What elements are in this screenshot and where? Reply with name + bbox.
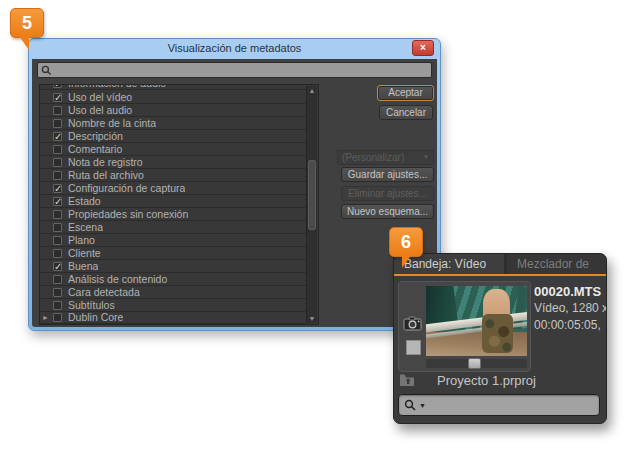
search-icon xyxy=(404,399,417,412)
close-button[interactable]: × xyxy=(412,40,434,56)
metadata-row-label: Cara detectada xyxy=(68,286,140,298)
metadata-row-label: Propiedades sin conexión xyxy=(68,208,188,220)
checkbox-icon[interactable]: ✓ xyxy=(53,262,62,271)
dialog-search-box[interactable] xyxy=(37,62,432,78)
checkbox-icon[interactable] xyxy=(53,249,62,258)
metadata-row[interactable]: ✓Descripción xyxy=(40,130,306,143)
callout-number: 6 xyxy=(401,232,411,252)
checkbox-icon[interactable]: ✓ xyxy=(53,132,62,141)
scrollbar[interactable]: ▲ ▼ xyxy=(306,86,317,323)
metadata-row[interactable]: Escena xyxy=(40,221,306,234)
chevron-down-icon[interactable]: ▼ xyxy=(419,402,426,409)
close-icon: × xyxy=(420,42,426,53)
checkbox-icon[interactable] xyxy=(53,288,62,297)
chevron-down-icon: ▼ xyxy=(423,151,429,164)
metadata-row-label: Ruta del archivo xyxy=(68,169,144,181)
callout-tail xyxy=(19,36,29,50)
accept-button[interactable]: Aceptar xyxy=(377,85,434,101)
checkbox-icon[interactable] xyxy=(53,223,62,232)
project-name-label[interactable]: Proyecto 1.prproj xyxy=(437,373,536,388)
disclosure-triangle-icon[interactable]: ► xyxy=(42,311,53,324)
scrub-handle[interactable] xyxy=(468,358,481,369)
metadata-row-label: Información de audio xyxy=(68,85,166,89)
checkbox-icon[interactable] xyxy=(53,171,62,180)
callout-step-5: 5 xyxy=(10,8,44,38)
clip-preview-area xyxy=(398,281,531,372)
metadata-row[interactable]: Propiedades sin conexión xyxy=(40,208,306,221)
screenshot-root: Visualización de metadatos × ✓ Informaci… xyxy=(0,0,636,462)
metadata-group-row-dublin-core[interactable]: ► Dublin Core xyxy=(40,311,306,324)
metadata-row-label: Nombre de la cinta xyxy=(68,117,156,129)
metadata-row-label: Nota de registro xyxy=(68,156,143,168)
metadata-row[interactable]: Comentario xyxy=(40,143,306,156)
scroll-up-icon[interactable]: ▲ xyxy=(307,86,317,95)
panel-search-input[interactable] xyxy=(426,398,594,412)
scroll-down-icon[interactable]: ▼ xyxy=(307,314,317,323)
metadata-row[interactable]: Cliente xyxy=(40,247,306,260)
search-icon xyxy=(41,65,52,76)
tab-mezclador[interactable]: Mezclador de xyxy=(507,254,606,274)
checkbox-icon[interactable] xyxy=(53,145,62,154)
callout-number: 5 xyxy=(22,13,32,33)
preset-dropdown-value: (Personalizar) xyxy=(342,151,404,164)
metadata-row-label: Plano xyxy=(68,234,95,246)
metadata-row[interactable]: Plano xyxy=(40,234,306,247)
checkbox-icon[interactable]: ✓ xyxy=(53,85,62,88)
panel-search-box[interactable]: ▼ xyxy=(398,394,600,416)
scrollbar-thumb[interactable] xyxy=(308,160,316,230)
checkbox-icon[interactable] xyxy=(53,275,62,284)
metadata-list-rows: ✓Uso del vídeoUso del audioNombre de la … xyxy=(40,91,306,312)
preset-dropdown[interactable]: (Personalizar) ▼ xyxy=(337,150,434,165)
camera-icon xyxy=(403,315,423,332)
metadata-row[interactable]: Uso del audio xyxy=(40,104,306,117)
checkbox-icon[interactable] xyxy=(53,158,62,167)
checkbox-icon[interactable] xyxy=(53,106,62,115)
metadata-group-label: Dublin Core xyxy=(68,311,123,323)
metadata-row[interactable]: Nota de registro xyxy=(40,156,306,169)
metadata-row[interactable]: ✓Buena xyxy=(40,260,306,273)
thumbnail-camo-pants xyxy=(482,314,513,353)
stop-button[interactable] xyxy=(406,340,421,355)
metadata-row[interactable]: ✓Uso del vídeo xyxy=(40,91,306,104)
clip-name: 00020.MTS xyxy=(534,283,606,300)
metadata-row[interactable]: ✓Estado xyxy=(40,195,306,208)
parent-folder-icon[interactable] xyxy=(399,373,415,387)
clip-info: 00020.MTS Vídeo, 1280 x 00:00:05:05, xyxy=(534,283,606,334)
metadata-row[interactable]: ✓Configuración de captura xyxy=(40,182,306,195)
checkbox-icon[interactable] xyxy=(53,119,62,128)
checkbox-icon[interactable] xyxy=(53,210,62,219)
checkbox-icon[interactable] xyxy=(53,313,62,322)
metadata-row-label: Cliente xyxy=(68,247,101,259)
save-settings-button[interactable]: Guardar ajustes... xyxy=(341,167,434,182)
metadata-row-label: Escena xyxy=(68,221,103,233)
callout-step-6: 6 xyxy=(389,227,423,257)
checkbox-icon[interactable] xyxy=(53,301,62,310)
metadata-row-label: Uso del vídeo xyxy=(68,91,132,103)
poster-frame-button[interactable] xyxy=(403,315,423,332)
metadata-row[interactable]: Nombre de la cinta xyxy=(40,117,306,130)
cancel-button[interactable]: Cancelar xyxy=(379,105,433,120)
metadata-row-label: Subtítulos xyxy=(68,299,115,311)
metadata-row-label: Descripción xyxy=(68,130,123,142)
metadata-row[interactable]: Cara detectada xyxy=(40,286,306,299)
metadata-display-dialog: Visualización de metadatos × ✓ Informaci… xyxy=(28,38,441,331)
new-schema-button[interactable]: Nuevo esquema... xyxy=(341,204,434,219)
metadata-list: ✓ Información de audio ✓Uso del vídeoUso… xyxy=(39,84,319,325)
dialog-search-input[interactable] xyxy=(52,64,428,76)
clip-info-line1: Vídeo, 1280 x xyxy=(534,300,606,317)
checkbox-icon[interactable]: ✓ xyxy=(53,197,62,206)
metadata-row[interactable]: Análisis de contenido xyxy=(40,273,306,286)
checkbox-icon[interactable]: ✓ xyxy=(53,93,62,102)
panel-tabbar: Bandeja: Vídeo Mezclador de xyxy=(394,254,606,274)
bin-panel: Bandeja: Vídeo Mezclador de xyxy=(393,253,607,424)
active-tab-underline xyxy=(394,274,606,276)
delete-settings-button[interactable]: Eliminar ajustes... xyxy=(341,186,434,201)
metadata-row[interactable]: Ruta del archivo xyxy=(40,169,306,182)
metadata-row-label: Configuración de captura xyxy=(68,182,185,194)
checkbox-icon[interactable]: ✓ xyxy=(53,184,62,193)
metadata-row-label: Comentario xyxy=(68,143,122,155)
clip-thumbnail[interactable] xyxy=(426,286,527,356)
metadata-row-label: Uso del audio xyxy=(68,104,132,116)
checkbox-icon[interactable] xyxy=(53,236,62,245)
metadata-row-label: Estado xyxy=(68,195,101,207)
